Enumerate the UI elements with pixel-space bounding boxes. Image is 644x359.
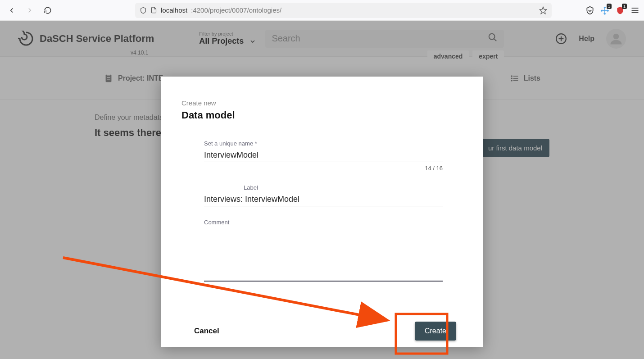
forward-button[interactable] [23,3,37,18]
cancel-button[interactable]: Cancel [192,322,221,340]
page-icon [150,7,157,14]
shield-icon [140,7,147,14]
browser-toolbar-right: 1 1 [585,5,639,15]
url-host: localhost [161,6,187,14]
comment-field: Comment [204,219,443,283]
modal-actions: Cancel Create [192,322,456,341]
url-bar[interactable]: localhost:4200/project/0007/ontologies/ [135,3,552,18]
create-data-model-dialog: Create new Data model Set a unique name … [161,77,483,347]
extension-icon-1[interactable]: 1 [600,5,610,15]
create-button[interactable]: Create [415,322,456,341]
pocket-icon[interactable] [585,6,594,15]
name-input[interactable] [204,149,443,162]
comment-field-label: Comment [204,219,443,226]
label-field: Label [204,184,443,206]
menu-icon[interactable] [630,6,639,15]
bookmark-star-icon[interactable] [539,6,547,14]
name-field: Set a unique name * 14 / 16 [204,140,443,172]
name-field-label: Set a unique name * [204,140,443,147]
comment-input[interactable] [204,227,443,282]
modal-supertitle: Create new [181,99,463,107]
modal-title: Data model [181,109,463,121]
name-char-counter: 14 / 16 [204,165,443,172]
extension-icon-2[interactable]: 1 [615,5,625,15]
extension-badge-1: 1 [607,4,612,9]
browser-toolbar: localhost:4200/project/0007/ontologies/ … [0,0,644,21]
label-field-label: Label [244,184,443,191]
label-input[interactable] [204,193,443,206]
extension-badge-2: 1 [622,4,627,9]
svg-marker-0 [540,7,547,14]
url-path: :4200/project/0007/ontologies/ [191,6,281,14]
back-button[interactable] [5,3,19,18]
reload-button[interactable] [41,3,55,18]
